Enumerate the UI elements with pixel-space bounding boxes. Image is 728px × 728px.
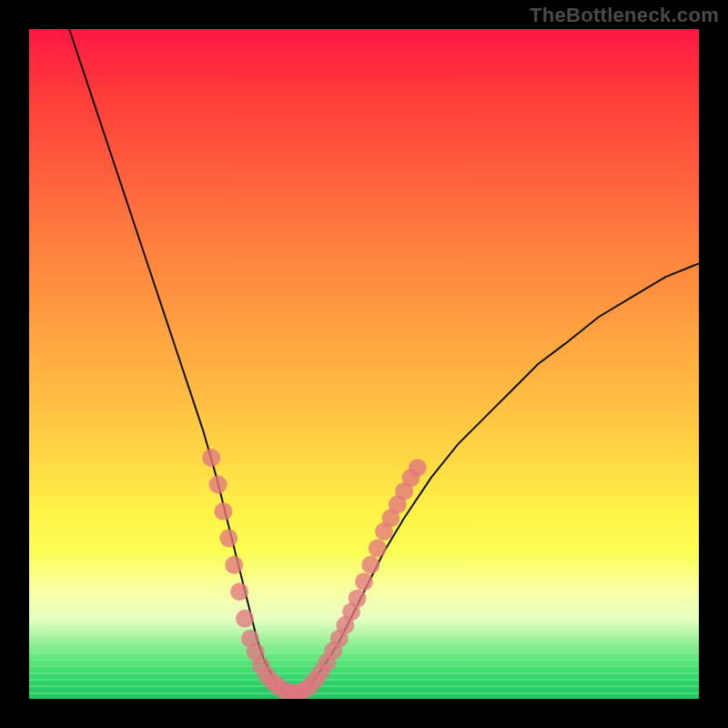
highlight-dot bbox=[361, 556, 379, 574]
highlight-dot bbox=[409, 459, 427, 477]
highlight-dot bbox=[355, 572, 373, 591]
plot-area bbox=[29, 29, 699, 699]
highlight-dots bbox=[202, 449, 427, 699]
highlight-dot bbox=[236, 610, 254, 628]
bottleneck-curve bbox=[69, 29, 699, 695]
highlight-dot bbox=[225, 556, 243, 574]
highlight-dot bbox=[369, 539, 387, 557]
highlight-dot bbox=[219, 529, 238, 547]
highlight-dot bbox=[349, 590, 367, 608]
highlight-dot bbox=[230, 582, 248, 601]
chart-frame: TheBottleneck.com bbox=[0, 0, 728, 728]
watermark-text: TheBottleneck.com bbox=[530, 4, 719, 27]
chart-svg bbox=[29, 29, 699, 699]
highlight-dot bbox=[209, 476, 228, 494]
highlight-dot bbox=[202, 449, 220, 467]
highlight-dot bbox=[215, 502, 233, 521]
